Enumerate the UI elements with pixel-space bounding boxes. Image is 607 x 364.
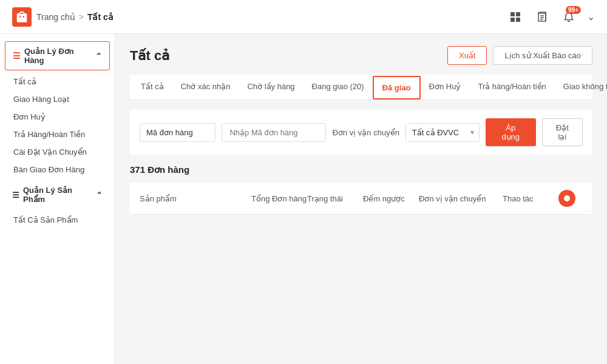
tab-all[interactable]: Tất cả <box>132 75 172 99</box>
order-id-select-wrap: Mã đơn hàng ▾ <box>140 123 215 142</box>
table-header: Sản phẩm Tổng Đơn hàng Trạng thái Đếm ng… <box>130 183 592 215</box>
tab-returns[interactable]: Trả hàng/Hoàn tiền <box>469 75 554 99</box>
sidebar-item-all[interactable]: Tất cả <box>0 73 115 90</box>
orders-table: Sản phẩm Tổng Đơn hàng Trạng thái Đếm ng… <box>130 183 592 215</box>
products-chevron-icon: ⌃ <box>96 190 103 200</box>
th-product: Sản phẩm <box>140 194 251 203</box>
th-total: Tổng Đơn hàng <box>251 194 307 203</box>
main-content: Tất cả Xuất Lịch sử Xuất Báo cáo Tất cả … <box>115 34 607 364</box>
sidebar-item-handover[interactable]: Bàn Giao Đơn Hàng <box>0 161 115 178</box>
sidebar-item-bulk-delivery[interactable]: Giao Hàng Loạt <box>0 90 115 108</box>
bell-button[interactable]: 99+ <box>560 8 577 25</box>
tab-shipping[interactable]: Đang giao (20) <box>304 75 373 99</box>
th-shipping-unit: Đơn vị vận chuyển <box>419 194 503 203</box>
svg-rect-1 <box>516 12 520 16</box>
orders-chevron-icon: ⌃ <box>95 52 102 61</box>
export-button[interactable]: Xuất <box>447 46 487 65</box>
tab-cancelled[interactable]: Đơn Huỷ <box>421 75 470 99</box>
sidebar: ☰ Quản Lý Đơn Hàng ⌃ Tất cả Giao Hàng Lo… <box>0 34 115 364</box>
breadcrumb-home[interactable]: Trang chủ <box>36 12 75 22</box>
sidebar-section-products: ☰ Quản Lý Sản Phẩm ⌃ Tất Cả Sản Phẩm <box>0 181 115 229</box>
order-id-select[interactable]: Mã đơn hàng <box>140 124 213 141</box>
shipping-select-wrap: Tất cả ĐVVC ▾ <box>405 123 480 142</box>
tab-delivered[interactable]: Đã giao <box>373 76 421 99</box>
svg-rect-2 <box>510 18 515 22</box>
history-button[interactable]: Lịch sử Xuất Báo cáo <box>493 46 592 65</box>
page-title: Tất cả <box>130 48 169 64</box>
sidebar-products-label: Quản Lý Sản Phẩm <box>23 186 96 204</box>
products-section-icon: ☰ <box>12 190 19 200</box>
sidebar-item-all-products[interactable]: Tất Cả Sản Phẩm <box>0 211 115 229</box>
order-id-input[interactable] <box>222 123 326 142</box>
th-status: Trạng thái <box>307 194 363 203</box>
sidebar-orders-header[interactable]: ☰ Quản Lý Đơn Hàng ⌃ <box>5 41 110 70</box>
tab-pending-confirm[interactable]: Chờ xác nhận <box>172 75 239 99</box>
shipping-select[interactable]: Tất cả ĐVVC <box>406 124 466 141</box>
header-buttons: Xuất Lịch sử Xuất Báo cáo <box>447 46 592 65</box>
sidebar-section-orders: ☰ Quản Lý Đơn Hàng ⌃ Tất cả Giao Hàng Lo… <box>0 41 115 178</box>
sidebar-orders-label: Quản Lý Đơn Hàng <box>24 47 95 65</box>
order-id-select-arrow: ▾ <box>213 128 215 136</box>
tabs-bar: Tất cả Chờ xác nhận Chờ lấy hàng Đang gi… <box>130 75 592 100</box>
filter-row: Mã đơn hàng ▾ Đơn vị vận chuyển Tất cả Đ… <box>130 110 592 155</box>
book-button[interactable] <box>534 8 551 25</box>
orders-count: 371 Đơn hàng <box>130 164 592 175</box>
th-live <box>558 190 583 207</box>
apply-button[interactable]: Áp dụng <box>486 118 536 146</box>
top-nav-left: Trang chủ > Tất cả <box>12 7 114 27</box>
th-countdown: Đếm ngược <box>363 194 419 203</box>
live-dot-inner <box>564 195 570 201</box>
svg-rect-0 <box>510 12 515 16</box>
shopee-logo <box>12 7 32 27</box>
sidebar-products-header[interactable]: ☰ Quản Lý Sản Phẩm ⌃ <box>5 181 110 209</box>
shipping-label: Đơn vị vận chuyển <box>332 128 399 137</box>
live-indicator <box>558 190 575 207</box>
notification-badge: 99+ <box>566 6 581 14</box>
chevron-down-icon[interactable]: ⌄ <box>587 11 595 22</box>
breadcrumb-current: Tất cả <box>87 12 114 22</box>
sidebar-item-shipping-settings[interactable]: Cài Đặt Vận Chuyển <box>0 143 115 161</box>
sidebar-item-cancelled[interactable]: Đơn Huỷ <box>0 108 115 126</box>
breadcrumb-separator: > <box>79 12 84 22</box>
grid-button[interactable] <box>507 8 524 25</box>
sidebar-item-returns[interactable]: Trả Hàng/Hoàn Tiền <box>0 126 115 143</box>
page-header: Tất cả Xuất Lịch sử Xuất Báo cáo <box>130 46 592 65</box>
reset-button[interactable]: Đặt lại <box>542 118 583 146</box>
th-actions: Thao tác <box>503 194 558 203</box>
tab-failed-delivery[interactable]: Giao không thành công <box>555 75 607 99</box>
top-nav: Trang chủ > Tất cả 99+ <box>0 0 607 34</box>
layout: ☰ Quản Lý Đơn Hàng ⌃ Tất cả Giao Hàng Lo… <box>0 34 607 364</box>
breadcrumb: Trang chủ > Tất cả <box>36 12 114 22</box>
orders-section-icon: ☰ <box>13 51 21 61</box>
shipping-select-arrow: ▾ <box>466 128 479 136</box>
tab-pending-pickup[interactable]: Chờ lấy hàng <box>239 75 303 99</box>
svg-rect-3 <box>516 18 520 22</box>
top-nav-right: 99+ ⌄ <box>507 8 595 25</box>
